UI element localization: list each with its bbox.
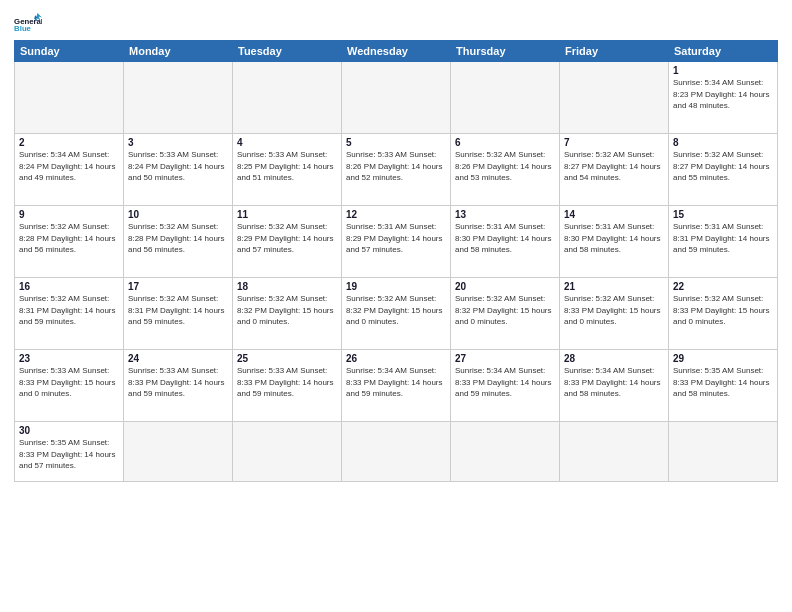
day-number: 3 (128, 137, 228, 148)
calendar-day-cell: 20Sunrise: 5:32 AM Sunset: 8:32 PM Dayli… (451, 278, 560, 350)
day-info: Sunrise: 5:34 AM Sunset: 8:24 PM Dayligh… (19, 149, 119, 184)
day-number: 1 (673, 65, 773, 76)
day-number: 14 (564, 209, 664, 220)
calendar-day-cell: 9Sunrise: 5:32 AM Sunset: 8:28 PM Daylig… (15, 206, 124, 278)
calendar-day-cell: 5Sunrise: 5:33 AM Sunset: 8:26 PM Daylig… (342, 134, 451, 206)
day-info: Sunrise: 5:33 AM Sunset: 8:25 PM Dayligh… (237, 149, 337, 184)
calendar-day-cell: 22Sunrise: 5:32 AM Sunset: 8:33 PM Dayli… (669, 278, 778, 350)
calendar-day-cell: 16Sunrise: 5:32 AM Sunset: 8:31 PM Dayli… (15, 278, 124, 350)
day-number: 11 (237, 209, 337, 220)
day-number: 25 (237, 353, 337, 364)
logo-bird-icon: General Blue (14, 12, 42, 32)
day-number: 17 (128, 281, 228, 292)
logo-icon: General Blue (14, 12, 42, 32)
weekday-header-sunday: Sunday (15, 41, 124, 62)
day-info: Sunrise: 5:34 AM Sunset: 8:33 PM Dayligh… (564, 365, 664, 400)
day-info: Sunrise: 5:31 AM Sunset: 8:31 PM Dayligh… (673, 221, 773, 256)
calendar-day-cell (233, 62, 342, 134)
calendar-day-cell: 8Sunrise: 5:32 AM Sunset: 8:27 PM Daylig… (669, 134, 778, 206)
calendar-day-cell: 18Sunrise: 5:32 AM Sunset: 8:32 PM Dayli… (233, 278, 342, 350)
day-number: 2 (19, 137, 119, 148)
calendar-day-cell (451, 62, 560, 134)
calendar-day-cell: 11Sunrise: 5:32 AM Sunset: 8:29 PM Dayli… (233, 206, 342, 278)
day-info: Sunrise: 5:31 AM Sunset: 8:29 PM Dayligh… (346, 221, 446, 256)
day-info: Sunrise: 5:33 AM Sunset: 8:33 PM Dayligh… (128, 365, 228, 400)
day-info: Sunrise: 5:32 AM Sunset: 8:31 PM Dayligh… (128, 293, 228, 328)
day-number: 13 (455, 209, 555, 220)
weekday-header-saturday: Saturday (669, 41, 778, 62)
calendar-day-cell (560, 422, 669, 482)
calendar-day-cell (560, 62, 669, 134)
day-number: 20 (455, 281, 555, 292)
day-number: 23 (19, 353, 119, 364)
day-info: Sunrise: 5:34 AM Sunset: 8:33 PM Dayligh… (455, 365, 555, 400)
day-info: Sunrise: 5:32 AM Sunset: 8:29 PM Dayligh… (237, 221, 337, 256)
day-info: Sunrise: 5:31 AM Sunset: 8:30 PM Dayligh… (564, 221, 664, 256)
calendar-day-cell: 13Sunrise: 5:31 AM Sunset: 8:30 PM Dayli… (451, 206, 560, 278)
weekday-header-thursday: Thursday (451, 41, 560, 62)
calendar-day-cell: 7Sunrise: 5:32 AM Sunset: 8:27 PM Daylig… (560, 134, 669, 206)
day-number: 6 (455, 137, 555, 148)
day-number: 24 (128, 353, 228, 364)
calendar-week-row: 1Sunrise: 5:34 AM Sunset: 8:23 PM Daylig… (15, 62, 778, 134)
calendar-day-cell: 26Sunrise: 5:34 AM Sunset: 8:33 PM Dayli… (342, 350, 451, 422)
day-number: 19 (346, 281, 446, 292)
calendar-day-cell (233, 422, 342, 482)
day-number: 29 (673, 353, 773, 364)
calendar-day-cell: 6Sunrise: 5:32 AM Sunset: 8:26 PM Daylig… (451, 134, 560, 206)
day-info: Sunrise: 5:33 AM Sunset: 8:24 PM Dayligh… (128, 149, 228, 184)
day-info: Sunrise: 5:32 AM Sunset: 8:32 PM Dayligh… (455, 293, 555, 328)
weekday-header-tuesday: Tuesday (233, 41, 342, 62)
calendar-day-cell (124, 422, 233, 482)
calendar-week-row: 23Sunrise: 5:33 AM Sunset: 8:33 PM Dayli… (15, 350, 778, 422)
calendar-day-cell: 4Sunrise: 5:33 AM Sunset: 8:25 PM Daylig… (233, 134, 342, 206)
day-info: Sunrise: 5:32 AM Sunset: 8:28 PM Dayligh… (19, 221, 119, 256)
day-info: Sunrise: 5:34 AM Sunset: 8:23 PM Dayligh… (673, 77, 773, 112)
calendar-day-cell: 19Sunrise: 5:32 AM Sunset: 8:32 PM Dayli… (342, 278, 451, 350)
day-number: 5 (346, 137, 446, 148)
calendar-day-cell: 23Sunrise: 5:33 AM Sunset: 8:33 PM Dayli… (15, 350, 124, 422)
calendar-day-cell (451, 422, 560, 482)
day-number: 21 (564, 281, 664, 292)
day-info: Sunrise: 5:31 AM Sunset: 8:30 PM Dayligh… (455, 221, 555, 256)
calendar-day-cell: 21Sunrise: 5:32 AM Sunset: 8:33 PM Dayli… (560, 278, 669, 350)
calendar-day-cell: 24Sunrise: 5:33 AM Sunset: 8:33 PM Dayli… (124, 350, 233, 422)
weekday-header-monday: Monday (124, 41, 233, 62)
calendar-day-cell: 14Sunrise: 5:31 AM Sunset: 8:30 PM Dayli… (560, 206, 669, 278)
calendar-day-cell (15, 62, 124, 134)
day-number: 22 (673, 281, 773, 292)
weekday-header-wednesday: Wednesday (342, 41, 451, 62)
calendar-day-cell (124, 62, 233, 134)
calendar-week-row: 30Sunrise: 5:35 AM Sunset: 8:33 PM Dayli… (15, 422, 778, 482)
day-number: 9 (19, 209, 119, 220)
day-number: 30 (19, 425, 119, 436)
logo: General Blue (14, 12, 42, 32)
day-info: Sunrise: 5:32 AM Sunset: 8:33 PM Dayligh… (673, 293, 773, 328)
calendar-week-row: 16Sunrise: 5:32 AM Sunset: 8:31 PM Dayli… (15, 278, 778, 350)
calendar-day-cell (342, 62, 451, 134)
calendar-day-cell: 25Sunrise: 5:33 AM Sunset: 8:33 PM Dayli… (233, 350, 342, 422)
day-number: 28 (564, 353, 664, 364)
day-info: Sunrise: 5:32 AM Sunset: 8:32 PM Dayligh… (237, 293, 337, 328)
calendar-day-cell (342, 422, 451, 482)
day-info: Sunrise: 5:33 AM Sunset: 8:33 PM Dayligh… (19, 365, 119, 400)
calendar-day-cell: 3Sunrise: 5:33 AM Sunset: 8:24 PM Daylig… (124, 134, 233, 206)
day-number: 18 (237, 281, 337, 292)
day-info: Sunrise: 5:32 AM Sunset: 8:32 PM Dayligh… (346, 293, 446, 328)
day-info: Sunrise: 5:35 AM Sunset: 8:33 PM Dayligh… (19, 437, 119, 472)
day-number: 8 (673, 137, 773, 148)
day-info: Sunrise: 5:32 AM Sunset: 8:31 PM Dayligh… (19, 293, 119, 328)
calendar-day-cell (669, 422, 778, 482)
weekday-header-friday: Friday (560, 41, 669, 62)
header: General Blue (14, 12, 778, 32)
day-number: 15 (673, 209, 773, 220)
day-number: 10 (128, 209, 228, 220)
calendar-day-cell: 28Sunrise: 5:34 AM Sunset: 8:33 PM Dayli… (560, 350, 669, 422)
day-number: 4 (237, 137, 337, 148)
day-info: Sunrise: 5:32 AM Sunset: 8:27 PM Dayligh… (673, 149, 773, 184)
calendar-table: SundayMondayTuesdayWednesdayThursdayFrid… (14, 40, 778, 482)
calendar-day-cell: 27Sunrise: 5:34 AM Sunset: 8:33 PM Dayli… (451, 350, 560, 422)
day-info: Sunrise: 5:34 AM Sunset: 8:33 PM Dayligh… (346, 365, 446, 400)
day-info: Sunrise: 5:33 AM Sunset: 8:33 PM Dayligh… (237, 365, 337, 400)
day-number: 7 (564, 137, 664, 148)
